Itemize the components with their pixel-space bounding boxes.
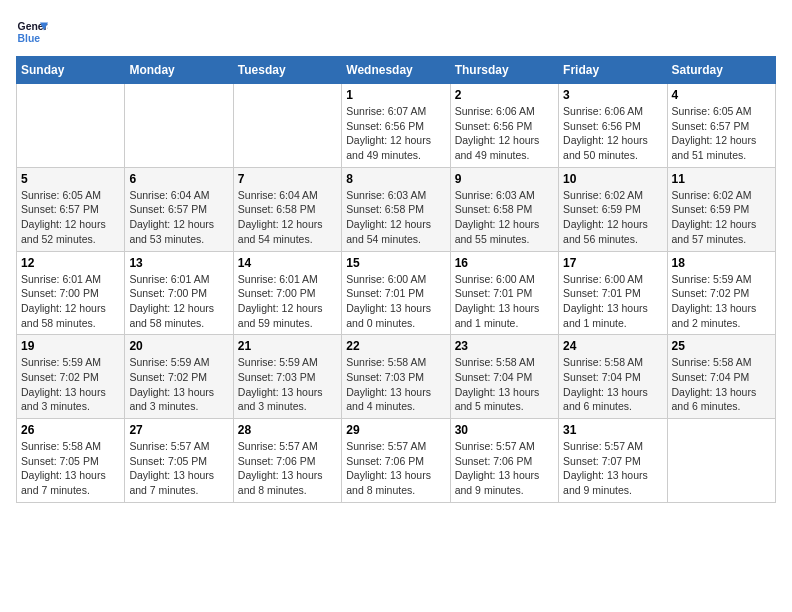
day-info: Sunrise: 6:00 AM Sunset: 7:01 PM Dayligh…	[455, 272, 554, 331]
day-info: Sunrise: 5:58 AM Sunset: 7:04 PM Dayligh…	[563, 355, 662, 414]
calendar-cell: 1Sunrise: 6:07 AM Sunset: 6:56 PM Daylig…	[342, 84, 450, 168]
calendar-week-row: 5Sunrise: 6:05 AM Sunset: 6:57 PM Daylig…	[17, 167, 776, 251]
day-number: 6	[129, 172, 228, 186]
day-number: 29	[346, 423, 445, 437]
calendar-cell: 5Sunrise: 6:05 AM Sunset: 6:57 PM Daylig…	[17, 167, 125, 251]
weekday-header: Saturday	[667, 57, 775, 84]
day-number: 17	[563, 256, 662, 270]
day-number: 2	[455, 88, 554, 102]
day-info: Sunrise: 6:02 AM Sunset: 6:59 PM Dayligh…	[672, 188, 771, 247]
day-number: 8	[346, 172, 445, 186]
day-info: Sunrise: 5:58 AM Sunset: 7:05 PM Dayligh…	[21, 439, 120, 498]
weekday-header: Monday	[125, 57, 233, 84]
calendar-cell: 28Sunrise: 5:57 AM Sunset: 7:06 PM Dayli…	[233, 419, 341, 503]
weekday-header: Thursday	[450, 57, 558, 84]
day-number: 14	[238, 256, 337, 270]
calendar-cell: 19Sunrise: 5:59 AM Sunset: 7:02 PM Dayli…	[17, 335, 125, 419]
calendar-cell: 12Sunrise: 6:01 AM Sunset: 7:00 PM Dayli…	[17, 251, 125, 335]
day-number: 20	[129, 339, 228, 353]
day-info: Sunrise: 5:58 AM Sunset: 7:03 PM Dayligh…	[346, 355, 445, 414]
calendar-cell: 16Sunrise: 6:00 AM Sunset: 7:01 PM Dayli…	[450, 251, 558, 335]
day-info: Sunrise: 6:01 AM Sunset: 7:00 PM Dayligh…	[129, 272, 228, 331]
calendar-cell	[667, 419, 775, 503]
calendar-cell: 29Sunrise: 5:57 AM Sunset: 7:06 PM Dayli…	[342, 419, 450, 503]
weekday-header: Sunday	[17, 57, 125, 84]
day-info: Sunrise: 5:57 AM Sunset: 7:05 PM Dayligh…	[129, 439, 228, 498]
day-info: Sunrise: 6:03 AM Sunset: 6:58 PM Dayligh…	[346, 188, 445, 247]
day-number: 19	[21, 339, 120, 353]
calendar-cell: 10Sunrise: 6:02 AM Sunset: 6:59 PM Dayli…	[559, 167, 667, 251]
day-info: Sunrise: 6:01 AM Sunset: 7:00 PM Dayligh…	[238, 272, 337, 331]
logo-icon: General Blue	[16, 16, 48, 48]
calendar-week-row: 1Sunrise: 6:07 AM Sunset: 6:56 PM Daylig…	[17, 84, 776, 168]
day-info: Sunrise: 6:04 AM Sunset: 6:58 PM Dayligh…	[238, 188, 337, 247]
day-number: 25	[672, 339, 771, 353]
calendar-cell: 4Sunrise: 6:05 AM Sunset: 6:57 PM Daylig…	[667, 84, 775, 168]
day-info: Sunrise: 5:59 AM Sunset: 7:02 PM Dayligh…	[21, 355, 120, 414]
day-info: Sunrise: 6:03 AM Sunset: 6:58 PM Dayligh…	[455, 188, 554, 247]
logo: General Blue	[16, 16, 48, 48]
day-info: Sunrise: 6:05 AM Sunset: 6:57 PM Dayligh…	[21, 188, 120, 247]
calendar-cell: 22Sunrise: 5:58 AM Sunset: 7:03 PM Dayli…	[342, 335, 450, 419]
day-number: 4	[672, 88, 771, 102]
day-number: 21	[238, 339, 337, 353]
day-info: Sunrise: 6:00 AM Sunset: 7:01 PM Dayligh…	[346, 272, 445, 331]
day-info: Sunrise: 5:58 AM Sunset: 7:04 PM Dayligh…	[672, 355, 771, 414]
day-info: Sunrise: 6:05 AM Sunset: 6:57 PM Dayligh…	[672, 104, 771, 163]
calendar-cell: 25Sunrise: 5:58 AM Sunset: 7:04 PM Dayli…	[667, 335, 775, 419]
calendar-cell: 21Sunrise: 5:59 AM Sunset: 7:03 PM Dayli…	[233, 335, 341, 419]
calendar-cell: 9Sunrise: 6:03 AM Sunset: 6:58 PM Daylig…	[450, 167, 558, 251]
day-number: 30	[455, 423, 554, 437]
day-number: 15	[346, 256, 445, 270]
day-info: Sunrise: 6:07 AM Sunset: 6:56 PM Dayligh…	[346, 104, 445, 163]
calendar-week-row: 12Sunrise: 6:01 AM Sunset: 7:00 PM Dayli…	[17, 251, 776, 335]
calendar-cell: 15Sunrise: 6:00 AM Sunset: 7:01 PM Dayli…	[342, 251, 450, 335]
calendar-cell: 14Sunrise: 6:01 AM Sunset: 7:00 PM Dayli…	[233, 251, 341, 335]
weekday-row: SundayMondayTuesdayWednesdayThursdayFrid…	[17, 57, 776, 84]
weekday-header: Tuesday	[233, 57, 341, 84]
day-number: 24	[563, 339, 662, 353]
day-info: Sunrise: 5:57 AM Sunset: 7:06 PM Dayligh…	[346, 439, 445, 498]
day-number: 9	[455, 172, 554, 186]
day-info: Sunrise: 5:59 AM Sunset: 7:02 PM Dayligh…	[129, 355, 228, 414]
calendar-cell	[233, 84, 341, 168]
day-number: 13	[129, 256, 228, 270]
calendar-cell: 7Sunrise: 6:04 AM Sunset: 6:58 PM Daylig…	[233, 167, 341, 251]
calendar-cell: 11Sunrise: 6:02 AM Sunset: 6:59 PM Dayli…	[667, 167, 775, 251]
day-info: Sunrise: 6:06 AM Sunset: 6:56 PM Dayligh…	[563, 104, 662, 163]
calendar-cell: 18Sunrise: 5:59 AM Sunset: 7:02 PM Dayli…	[667, 251, 775, 335]
day-info: Sunrise: 6:02 AM Sunset: 6:59 PM Dayligh…	[563, 188, 662, 247]
day-number: 22	[346, 339, 445, 353]
day-info: Sunrise: 5:59 AM Sunset: 7:03 PM Dayligh…	[238, 355, 337, 414]
day-number: 3	[563, 88, 662, 102]
calendar-cell: 23Sunrise: 5:58 AM Sunset: 7:04 PM Dayli…	[450, 335, 558, 419]
calendar-cell: 2Sunrise: 6:06 AM Sunset: 6:56 PM Daylig…	[450, 84, 558, 168]
calendar-cell: 27Sunrise: 5:57 AM Sunset: 7:05 PM Dayli…	[125, 419, 233, 503]
calendar-week-row: 19Sunrise: 5:59 AM Sunset: 7:02 PM Dayli…	[17, 335, 776, 419]
calendar-body: 1Sunrise: 6:07 AM Sunset: 6:56 PM Daylig…	[17, 84, 776, 503]
calendar-cell: 31Sunrise: 5:57 AM Sunset: 7:07 PM Dayli…	[559, 419, 667, 503]
day-number: 11	[672, 172, 771, 186]
calendar-table: SundayMondayTuesdayWednesdayThursdayFrid…	[16, 56, 776, 503]
day-info: Sunrise: 5:57 AM Sunset: 7:06 PM Dayligh…	[238, 439, 337, 498]
calendar-cell: 30Sunrise: 5:57 AM Sunset: 7:06 PM Dayli…	[450, 419, 558, 503]
day-number: 1	[346, 88, 445, 102]
day-number: 28	[238, 423, 337, 437]
day-number: 12	[21, 256, 120, 270]
day-info: Sunrise: 5:58 AM Sunset: 7:04 PM Dayligh…	[455, 355, 554, 414]
calendar-cell: 26Sunrise: 5:58 AM Sunset: 7:05 PM Dayli…	[17, 419, 125, 503]
weekday-header: Wednesday	[342, 57, 450, 84]
calendar-header: SundayMondayTuesdayWednesdayThursdayFrid…	[17, 57, 776, 84]
day-number: 16	[455, 256, 554, 270]
day-number: 10	[563, 172, 662, 186]
calendar-cell: 20Sunrise: 5:59 AM Sunset: 7:02 PM Dayli…	[125, 335, 233, 419]
day-number: 7	[238, 172, 337, 186]
calendar-week-row: 26Sunrise: 5:58 AM Sunset: 7:05 PM Dayli…	[17, 419, 776, 503]
weekday-header: Friday	[559, 57, 667, 84]
day-info: Sunrise: 6:01 AM Sunset: 7:00 PM Dayligh…	[21, 272, 120, 331]
day-info: Sunrise: 5:57 AM Sunset: 7:07 PM Dayligh…	[563, 439, 662, 498]
calendar-cell: 3Sunrise: 6:06 AM Sunset: 6:56 PM Daylig…	[559, 84, 667, 168]
page-header: General Blue	[16, 16, 776, 48]
day-number: 5	[21, 172, 120, 186]
day-number: 31	[563, 423, 662, 437]
